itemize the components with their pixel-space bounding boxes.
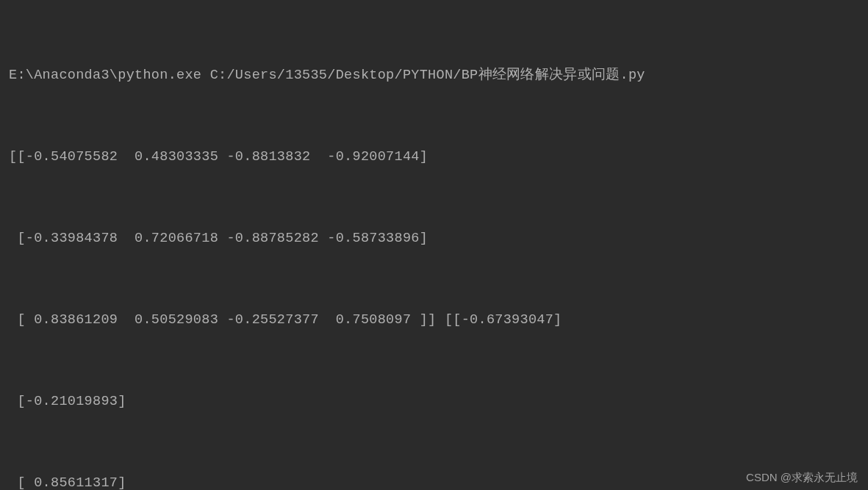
watermark: CSDN @求索永无止境 xyxy=(746,471,858,484)
matrix-output-line: [-0.21019893] xyxy=(9,388,859,415)
console-output: E:\Anaconda3\python.exe C:/Users/13535/D… xyxy=(9,7,859,490)
matrix-output-line: [-0.33984378 0.72066718 -0.88785282 -0.5… xyxy=(9,225,859,252)
matrix-output-line: [ 0.85611317] xyxy=(9,469,859,490)
matrix-output-line: [[-0.54075582 0.48303335 -0.8813832 -0.9… xyxy=(9,143,859,170)
command-line: E:\Anaconda3\python.exe C:/Users/13535/D… xyxy=(9,62,859,89)
matrix-output-line: [ 0.83861209 0.50529083 -0.25527377 0.75… xyxy=(9,306,859,334)
